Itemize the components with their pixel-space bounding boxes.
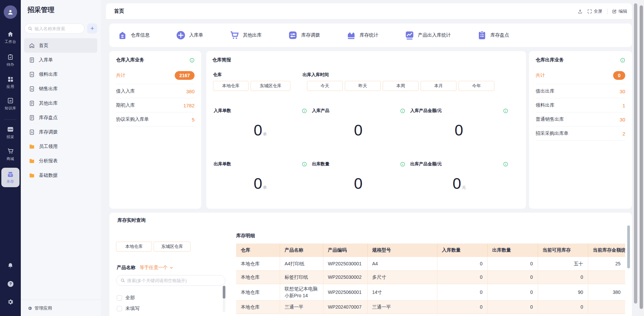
info-icon[interactable] [400, 162, 405, 167]
quick-action-product-io-stats[interactable]: 产品出入库统计 [405, 30, 451, 40]
info-icon[interactable] [302, 162, 307, 167]
option-all[interactable]: 全部 [117, 293, 224, 303]
manage-apps-button[interactable]: 管理应用 [28, 305, 52, 311]
search-icon [28, 26, 33, 31]
rail-item-knowledge[interactable]: AI 知识库 [0, 97, 21, 111]
info-icon[interactable] [503, 108, 508, 113]
table-row[interactable]: 本地仓库 联想笔记本电脑小新Pro 14 WP2025060001 14寸 0 … [236, 284, 625, 301]
outbound-row[interactable]: 普通销售出库 30 [536, 112, 625, 126]
table-row[interactable]: 本地仓库 标签打印纸 WP2025030002 多尺寸 0 0 0 [236, 270, 625, 284]
outbound-row[interactable]: 招采采购出库单 2 [536, 126, 625, 141]
checkbox[interactable] [117, 306, 122, 311]
warehouse-filter-button[interactable]: 本地仓库 [213, 81, 249, 91]
time-filter-button[interactable]: 今年 [459, 81, 494, 91]
option-list-scrollbar[interactable] [223, 285, 225, 312]
sidebar-search-input[interactable] [35, 26, 81, 31]
content-scrollbar-thumb[interactable] [634, 3, 637, 304]
operator-dropdown[interactable]: 等于任意一个 [140, 265, 173, 271]
notifications-button[interactable] [0, 262, 21, 269]
rail-item-srm[interactable]: SRM 招采 [0, 126, 21, 140]
avatar[interactable] [4, 5, 17, 19]
time-filter-button[interactable]: 今天 [307, 81, 343, 91]
download-button[interactable] [578, 9, 583, 14]
col-product-code[interactable]: 产品编码 [323, 244, 367, 257]
rail-item-inventory[interactable]: 库存 [1, 168, 19, 187]
warehouse-filter-group: 仓库 本地仓库 东城区仓库 [213, 72, 290, 91]
col-available-stock[interactable]: 当前可用库存 [538, 244, 588, 257]
sidebar-item-base-data[interactable]: 基础数据 [24, 168, 97, 182]
warehouse-filter-button[interactable]: 本地仓库 [116, 242, 152, 252]
outbound-total-row[interactable]: 共计 0 [536, 71, 625, 84]
option-item[interactable] [117, 314, 224, 316]
col-inbound-qty[interactable]: 入库数量 [437, 244, 487, 257]
info-icon[interactable] [400, 108, 405, 113]
sidebar-item-sales-outbound[interactable]: S 销售出库 [24, 82, 97, 96]
inbound-row[interactable]: 借入入库 380 [116, 84, 195, 98]
table-row[interactable]: 本地仓库 三通一平 WP2024070007 三通一平 0 0 0 [236, 301, 625, 314]
sidebar-item-other-outbound[interactable]: 其他出库 [24, 96, 97, 110]
page-scrollbar-thumb[interactable] [640, 5, 643, 309]
warehouse-icon [117, 30, 127, 40]
folder-icon [29, 144, 35, 150]
rail-item-mall[interactable]: 商城 [0, 148, 21, 161]
table-scrollbar-thumb[interactable] [627, 225, 630, 268]
inbound-row[interactable]: 协议采购入库单 5 [116, 112, 195, 126]
rail-item-workbench[interactable]: 工作台 [0, 31, 21, 44]
time-filter-button[interactable]: 昨天 [345, 81, 381, 91]
sidebar-item-home[interactable]: 首页 [24, 38, 97, 53]
col-warehouse[interactable]: 仓库 [236, 244, 280, 257]
time-filter-button[interactable]: 本周 [383, 81, 419, 91]
quick-action-other-outbound[interactable]: 其他出库 [229, 30, 262, 40]
option-unfilled[interactable]: 未填写 [117, 303, 224, 314]
inbound-row[interactable]: 期初入库 1782 [116, 98, 195, 112]
page-scrollbar[interactable] [639, 0, 644, 316]
info-icon[interactable] [620, 58, 625, 63]
quick-action-stocktake[interactable]: 库存盘点 [477, 30, 509, 40]
quick-action-inventory-stats[interactable]: 库存统计 [346, 30, 378, 40]
fullscreen-button[interactable]: 全屏 [587, 8, 602, 14]
rail-item-todo[interactable]: 待办 [0, 54, 21, 67]
col-stock-amount[interactable]: 当前库存金额统计 [588, 244, 625, 257]
document-icon [29, 100, 35, 106]
brief-panel-title: 仓库简报 [212, 57, 231, 63]
edit-button[interactable]: 编辑 [612, 8, 627, 14]
col-product-name[interactable]: 产品名称 [280, 244, 323, 257]
svg-text:AI: AI [9, 100, 12, 102]
outbound-row[interactable]: 领料出库 1 [536, 98, 625, 112]
info-icon[interactable] [190, 58, 195, 63]
time-filter-button[interactable]: 本月 [421, 81, 457, 91]
inbound-business-panel: 仓库入库业务 共计 2167 借入入库 380 期初入库 1782 协议采购入库… [109, 51, 201, 209]
col-outbound-qty[interactable]: 出库数量 [487, 244, 538, 257]
table-row[interactable]: 本地仓库 A4打印纸 WP2025030001 A4 0 0 五十 25 [236, 257, 625, 270]
product-search-input[interactable] [127, 278, 221, 283]
rail-item-apps[interactable]: 应用 [0, 76, 21, 89]
sidebar-search[interactable] [24, 23, 85, 34]
product-search[interactable] [116, 275, 225, 286]
warehouse-filter-button[interactable]: 东城区仓库 [251, 81, 290, 91]
help-button[interactable]: ? [0, 280, 21, 287]
scrollbar-thumb[interactable] [223, 286, 225, 299]
inbound-total-row[interactable]: 共计 2167 [116, 71, 195, 84]
sidebar-item-reports[interactable]: 分析报表 [24, 154, 97, 168]
sidebar-item-inbound-order[interactable]: 入库单 [24, 53, 97, 67]
sidebar-item-transfer[interactable]: S 库存调拨 [24, 125, 97, 139]
settings-button[interactable] [0, 299, 21, 305]
sidebar-item-material-outbound[interactable]: S 领料出库 [24, 67, 97, 82]
document-icon [29, 115, 35, 121]
quick-action-warehouse-info[interactable]: 仓库信息 [117, 30, 150, 40]
info-icon[interactable] [503, 162, 508, 167]
warehouse-filter-button[interactable]: 东城区仓库 [154, 242, 191, 252]
product-name-label: 产品名称 [117, 265, 136, 271]
info-icon[interactable] [302, 108, 307, 113]
page-title: 首页 [114, 8, 124, 14]
add-button[interactable]: + [87, 23, 97, 34]
quick-action-inbound-order[interactable]: 入库单 [176, 30, 203, 40]
outbound-row[interactable]: 借出出库 30 [536, 84, 625, 98]
col-spec[interactable]: 规格型号 [367, 244, 437, 257]
sidebar-item-employee-use[interactable]: 员工领用 [24, 139, 97, 154]
sidebar-item-stocktake[interactable]: 库存盘点 [24, 110, 97, 125]
plus-circle-icon [176, 30, 186, 40]
checkbox[interactable] [117, 295, 122, 301]
quick-action-transfer[interactable]: 库存调拨 [288, 30, 320, 40]
mall-cart-icon [0, 148, 21, 155]
